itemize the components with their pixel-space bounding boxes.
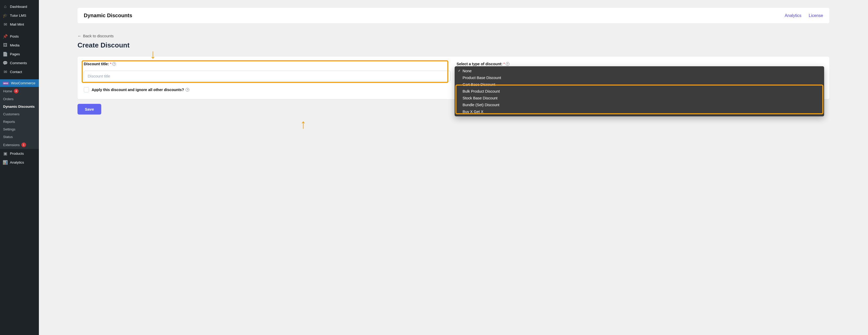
sidebar-item-contact[interactable]: ✉Contact xyxy=(0,67,39,76)
license-link[interactable]: License xyxy=(809,13,823,18)
type-option-cart-base[interactable]: Cart Base Discount xyxy=(456,81,823,88)
discount-title-input[interactable] xyxy=(84,71,451,82)
annotation-arrow-up: ↑ xyxy=(300,117,306,131)
type-option-none[interactable]: None xyxy=(456,68,823,74)
sidebar-item-mail-mint[interactable]: ✉Mail Mint xyxy=(0,20,39,29)
extensions-badge: 1 xyxy=(22,143,26,147)
sidebar-item-posts[interactable]: 📌Posts xyxy=(0,32,39,41)
home-badge: 4 xyxy=(14,89,19,93)
discount-type-column: Select a type of discount: * ? None Prod… xyxy=(457,62,824,92)
apply-exclusive-checkbox[interactable] xyxy=(84,87,89,92)
submenu-item-status[interactable]: Status xyxy=(0,133,39,141)
media-icon: 🖼 xyxy=(3,42,8,48)
type-option-buy-x-get-x[interactable]: Buy X Get X xyxy=(456,108,823,115)
discount-type-dropdown[interactable]: None Product Base Discount Cart Base Dis… xyxy=(455,66,825,116)
sidebar-item-woocommerce[interactable]: wooWooCommerce xyxy=(0,79,39,87)
submenu-item-extensions[interactable]: Extensions1 xyxy=(0,141,39,149)
dashboard-icon: ⌂ xyxy=(3,4,8,9)
required-asterisk: * xyxy=(503,62,505,66)
discount-form-card: Discount title: * ? Apply this discount … xyxy=(78,57,829,99)
annotation-arrow-down: ↓ xyxy=(150,47,156,61)
type-option-bulk-product[interactable]: Bulk Product Discount xyxy=(456,88,823,95)
woocommerce-icon: woo xyxy=(3,82,9,85)
discount-title-column: Discount title: * ? Apply this discount … xyxy=(84,62,451,92)
admin-sidebar: ⌂Dashboard 🎓Tutor LMS ✉Mail Mint 📌Posts … xyxy=(0,0,39,335)
header-card: Dynamic Discounts Analytics License xyxy=(78,8,829,23)
sidebar-item-comments[interactable]: 💬Comments xyxy=(0,58,39,67)
analytics-link[interactable]: Analytics xyxy=(785,13,802,18)
submenu-item-home[interactable]: Home4 xyxy=(0,87,39,95)
type-option-product-base[interactable]: Product Base Discount xyxy=(456,74,823,81)
apply-exclusive-label: Apply this discount and ignore all other… xyxy=(92,88,189,92)
help-icon[interactable]: ? xyxy=(112,62,116,66)
back-to-discounts[interactable]: ←Back to discounts xyxy=(78,34,114,38)
sidebar-item-tutor-lms[interactable]: 🎓Tutor LMS xyxy=(0,11,39,20)
analytics-icon: 📊 xyxy=(3,160,8,165)
mail-mint-icon: ✉ xyxy=(3,22,8,27)
pin-icon: 📌 xyxy=(3,34,8,39)
pages-icon: 📄 xyxy=(3,52,8,57)
submenu-item-orders[interactable]: Orders xyxy=(0,95,39,103)
required-asterisk: * xyxy=(110,62,112,66)
main-content: Dynamic Discounts Analytics License ←Bac… xyxy=(39,0,868,335)
sidebar-item-pages[interactable]: 📄Pages xyxy=(0,50,39,58)
help-icon[interactable]: ? xyxy=(506,62,509,66)
comments-icon: 💬 xyxy=(3,60,8,65)
save-button[interactable]: Save xyxy=(78,104,101,115)
tutor-lms-icon: 🎓 xyxy=(3,13,8,18)
submenu-item-dynamic-discounts[interactable]: Dynamic Discounts xyxy=(0,103,39,110)
type-option-bundle-set[interactable]: Bundle (Set) Discount xyxy=(456,101,823,108)
help-icon[interactable]: ? xyxy=(186,88,189,92)
type-option-stock-base[interactable]: Stock Base Discount xyxy=(456,95,823,101)
sidebar-item-media[interactable]: 🖼Media xyxy=(0,41,39,50)
sidebar-item-dashboard[interactable]: ⌂Dashboard xyxy=(0,2,39,11)
discount-title-label: Discount title: * ? xyxy=(84,62,451,66)
contact-icon: ✉ xyxy=(3,69,8,74)
submenu-item-customers[interactable]: Customers xyxy=(0,110,39,118)
submenu-item-settings[interactable]: Settings xyxy=(0,125,39,133)
discount-type-label: Select a type of discount: * ? xyxy=(457,62,824,66)
products-icon: ▣ xyxy=(3,151,8,156)
header-title: Dynamic Discounts xyxy=(84,12,132,19)
page-title: Create Discount xyxy=(78,41,829,49)
woocommerce-submenu: Home4 Orders Dynamic Discounts Customers… xyxy=(0,87,39,149)
arrow-left-icon: ← xyxy=(78,34,82,38)
sidebar-item-analytics[interactable]: 📊Analytics xyxy=(0,158,39,167)
sidebar-item-products[interactable]: ▣Products xyxy=(0,149,39,158)
submenu-item-reports[interactable]: Reports xyxy=(0,118,39,125)
